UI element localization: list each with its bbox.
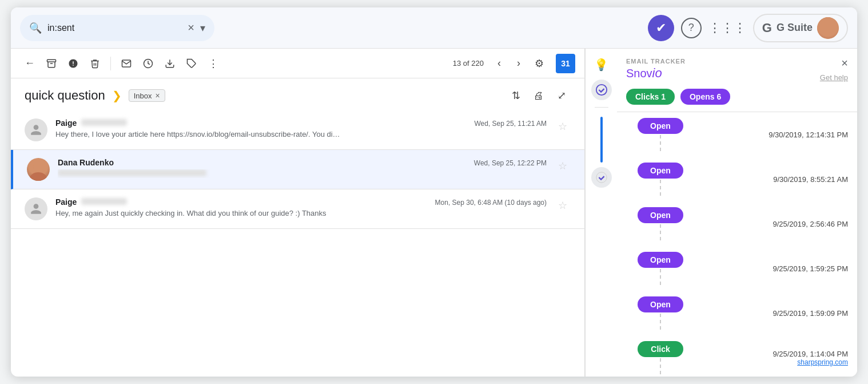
timeline-right: 9/30/2019, 8:55:21 AM [695, 175, 848, 184]
mark-unread-button[interactable] [117, 54, 136, 73]
open-event-button[interactable]: Open [638, 163, 683, 179]
timeline-left: Open [626, 118, 695, 151]
tracker-help-link[interactable]: Get help [820, 73, 848, 82]
search-dropdown-button[interactable]: ▾ [200, 22, 205, 34]
thread-body: Paige Wed, Sep 25, 11:21 AM Hey there, I… [55, 118, 547, 138]
tracker-title-area: EMAIL TRACKER Snovio [626, 58, 686, 81]
timeline-connector [660, 358, 661, 374]
main-content: ← [11, 49, 857, 377]
sender-name: Dana Rudenko [58, 158, 114, 167]
snooze-button[interactable] [138, 54, 158, 73]
spam-button[interactable] [63, 54, 83, 73]
sender-blur [81, 119, 127, 126]
timeline-right: 9/25/2019, 1:59:09 PM [695, 309, 848, 318]
thread-date: Mon, Sep 30, 6:48 AM (10 days ago) [435, 199, 547, 207]
save-button[interactable] [160, 54, 180, 73]
inbox-badge[interactable]: Inbox × [129, 89, 165, 102]
timeline-left: Open [626, 163, 695, 196]
gsuite-button[interactable]: G G Suite [753, 14, 848, 42]
snov-check-icon[interactable] [591, 167, 612, 188]
apps-grid-icon[interactable]: ⋮⋮⋮ [708, 21, 746, 35]
sender-name: Paige [55, 197, 77, 207]
back-button[interactable]: ← [20, 54, 39, 73]
table-row[interactable]: Paige Wed, Sep 25, 11:21 AM Hey there, I… [11, 110, 584, 150]
delete-button[interactable] [85, 54, 105, 73]
svg-rect-0 [47, 60, 56, 62]
timeline-left: Click [626, 341, 695, 374]
calendar-button[interactable]: 31 [556, 54, 575, 73]
avatar [27, 158, 50, 181]
inbox-remove-button[interactable]: × [155, 91, 160, 100]
avatar [25, 118, 47, 141]
subject-action-icons: ⇅ 🖨 ⤢ [507, 86, 571, 105]
tracker-header: EMAIL TRACKER Snovio × Get help [617, 49, 857, 84]
thread-date: Wed, Sep 25, 11:21 AM [474, 120, 547, 128]
table-row[interactable]: Paige Mon, Sep 30, 6:48 AM (10 days ago)… [11, 189, 584, 229]
checkmark-circle-icon[interactable] [591, 80, 612, 100]
click-event-button[interactable]: Click [638, 341, 683, 357]
event-date: 9/30/2019, 12:14:31 PM [695, 130, 848, 139]
next-page-button[interactable]: › [510, 55, 527, 72]
toggle-view-button[interactable]: ⇅ [507, 86, 525, 105]
archive-button[interactable] [42, 54, 61, 73]
thread-preview: Hey there, I love your article here http… [55, 130, 547, 138]
thread-preview [58, 169, 547, 178]
search-clear-button[interactable]: × [188, 21, 194, 34]
timeline-left: Open [626, 296, 695, 330]
clicks-badge-button[interactable]: Clicks 1 [626, 89, 675, 105]
svg-point-8 [596, 172, 606, 183]
subject-title: quick question [25, 88, 105, 103]
table-row[interactable]: Dana Rudenko Wed, Sep 25, 12:22 PM ☆ [11, 150, 584, 189]
timeline-left: Open [626, 207, 695, 240]
search-input[interactable]: in:sent [47, 23, 182, 33]
open-event-button[interactable]: Open [638, 296, 683, 312]
tracker-brand: Snovio [626, 65, 686, 81]
thread-header: Dana Rudenko Wed, Sep 25, 12:22 PM [58, 158, 547, 167]
tracker-close-button[interactable]: × [841, 57, 848, 70]
tag-button[interactable] [182, 54, 201, 73]
svg-point-5 [33, 162, 43, 172]
event-link[interactable]: sharpspring.com [695, 358, 848, 366]
thread-body: Paige Mon, Sep 30, 6:48 AM (10 days ago)… [55, 197, 547, 217]
tracker-panel: EMAIL TRACKER Snovio × Get help Clicks 1… [617, 49, 857, 377]
lightbulb-icon[interactable]: 💡 [591, 54, 612, 75]
timeline-right: 9/25/2019, 2:56:46 PM [695, 220, 848, 228]
email-panel: ← [11, 49, 585, 377]
list-item: Click 9/25/2019, 1:14:04 PM sharpspring.… [626, 335, 848, 377]
print-button[interactable]: 🖨 [529, 86, 548, 105]
sender-name: Paige [55, 118, 77, 128]
star-button[interactable]: ☆ [555, 118, 571, 134]
opens-badge-button[interactable]: Opens 6 [680, 89, 730, 105]
settings-button[interactable]: ⚙ [529, 54, 549, 73]
more-options-button[interactable]: ⋮ [204, 54, 223, 73]
timeline-connector [660, 135, 661, 151]
main-window: 🔍 in:sent × ▾ ✔ ? ⋮⋮⋮ G G Suite ← [11, 7, 857, 377]
gsuite-label: G Suite [777, 22, 813, 34]
help-button[interactable]: ? [681, 18, 702, 38]
list-item: Open 9/25/2019, 1:59:25 PM [626, 246, 848, 291]
avatar-image [817, 17, 839, 39]
list-item: Open 9/30/2019, 8:55:21 AM [626, 157, 848, 201]
prev-page-button[interactable]: ‹ [491, 55, 508, 72]
expand-button[interactable]: ⤢ [552, 86, 571, 105]
open-event-button[interactable]: Open [638, 118, 683, 134]
event-date: 9/25/2019, 2:56:46 PM [695, 220, 848, 228]
subject-bar: quick question ❯ Inbox × ⇅ 🖨 ⤢ [11, 78, 584, 110]
star-button[interactable]: ☆ [555, 197, 571, 213]
avatar[interactable] [817, 17, 839, 39]
open-event-button[interactable]: Open [638, 207, 683, 223]
search-box[interactable]: 🔍 in:sent × ▾ [20, 15, 214, 41]
tracker-actions-row: Clicks 1 Opens 6 [617, 84, 857, 112]
timeline-connector [660, 180, 661, 196]
thread-header: Paige Wed, Sep 25, 11:21 AM [55, 118, 547, 128]
search-icon: 🔍 [29, 22, 42, 34]
checkmark-icon[interactable]: ✔ [648, 15, 674, 41]
event-date: 9/30/2019, 8:55:21 AM [695, 175, 848, 184]
star-button[interactable]: ☆ [555, 158, 571, 174]
open-event-button[interactable]: Open [638, 252, 683, 268]
gsuite-g-logo: G [762, 21, 772, 35]
event-date: 9/25/2019, 1:14:04 PM [695, 350, 848, 358]
avatar [25, 197, 47, 220]
side-blue-bar [600, 117, 603, 163]
svg-point-7 [596, 85, 606, 95]
